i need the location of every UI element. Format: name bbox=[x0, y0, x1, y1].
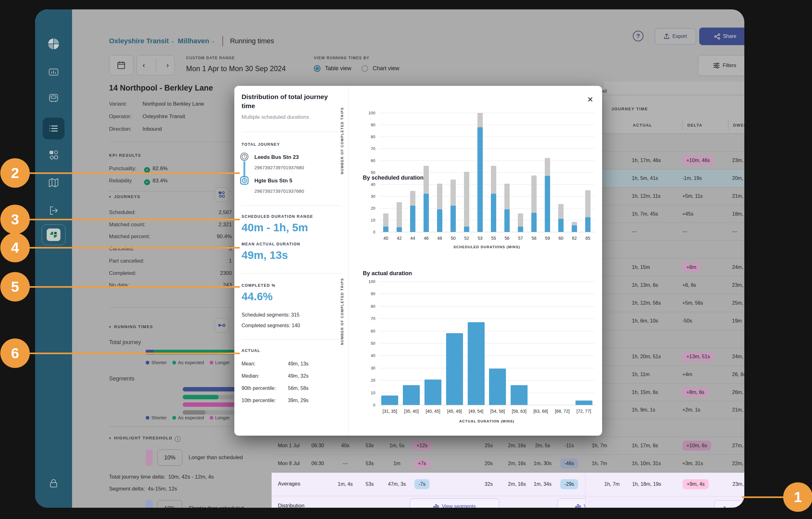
completed-pct-label: COMPLETED % bbox=[241, 283, 276, 288]
stat-value: 39m, 29s bbox=[288, 398, 309, 403]
callout-marker-6[interactable]: 6 bbox=[0, 338, 30, 368]
sidebar-item-analytics[interactable] bbox=[48, 66, 59, 78]
chart-bar-completed bbox=[410, 206, 415, 232]
stat-value: 90.4% bbox=[217, 234, 232, 240]
callout-line-1 bbox=[742, 496, 784, 498]
journeys-heading[interactable]: ▾JOURNEYS bbox=[109, 194, 140, 199]
cell-dwell: 23m, 56s bbox=[732, 282, 744, 288]
destination-stop-icon bbox=[240, 176, 249, 185]
table-row[interactable]: Mon 1 Jul06:3040s53s1m, 5s+12s25s2m, 16s… bbox=[271, 437, 744, 455]
export-button[interactable]: Export bbox=[655, 28, 696, 45]
help-button[interactable]: ? bbox=[633, 31, 643, 42]
segment-delta-row: Segment delta: 4s-15m, 12s bbox=[109, 486, 177, 492]
chart-bar-completed bbox=[477, 127, 483, 232]
export-icon bbox=[664, 33, 669, 39]
x-axis-tick: [54, 58] bbox=[490, 409, 505, 414]
distribution-modal: ✕ Distribution of total journey time Mul… bbox=[234, 86, 602, 436]
cell-actual: 1h, 12m, 56s bbox=[632, 300, 661, 306]
journeys-stat-row: Completed:2300 bbox=[109, 270, 232, 276]
cell-delta: +8m, 6s bbox=[682, 387, 708, 398]
help-icon: ? bbox=[636, 33, 640, 39]
cell-scheduled: 1h, 7m bbox=[592, 461, 607, 466]
route-detail-label: Direction: bbox=[109, 126, 132, 132]
route-title: 14 Northpool - Berkley Lane bbox=[109, 83, 213, 92]
sidebar bbox=[35, 9, 72, 508]
mean-actual-value: 49m, 13s bbox=[241, 249, 288, 262]
delta-chip: +8m bbox=[682, 262, 700, 272]
callout-marker-3[interactable]: 3 bbox=[0, 204, 30, 234]
column-header-dwell: DWELL bbox=[733, 123, 744, 128]
cell-value: 53s bbox=[366, 443, 374, 448]
filters-label: Filters bbox=[723, 63, 736, 68]
longer-threshold-input[interactable]: 10% bbox=[157, 449, 182, 466]
legend-dot bbox=[172, 361, 176, 364]
threshold-heading[interactable]: ▾HIGHLIGHT THRESHOLDi bbox=[109, 435, 180, 442]
stat-value: 3 bbox=[229, 246, 232, 252]
cell-actual: 1h, 13m, 6s bbox=[632, 282, 658, 288]
running-times-link-button[interactable] bbox=[214, 318, 229, 332]
cell-value: +7s bbox=[414, 459, 430, 468]
radio-chart-view-label[interactable]: Chart view bbox=[373, 65, 399, 72]
y-axis-tick: 90 bbox=[363, 292, 375, 296]
sidebar-item-segments[interactable] bbox=[48, 149, 59, 161]
gridline bbox=[379, 113, 594, 113]
sidebar-item-vehicles[interactable] bbox=[48, 92, 59, 104]
stat-label: Mean: bbox=[241, 361, 288, 367]
stat-label: 10th percentile: bbox=[241, 398, 288, 403]
column-separator bbox=[728, 120, 728, 130]
legend-dot bbox=[146, 361, 149, 364]
sidebar-item-services[interactable] bbox=[48, 123, 59, 134]
y-axis-tick: 30 bbox=[363, 365, 375, 370]
bar-segment-shorter bbox=[146, 350, 153, 354]
radio-chart-view[interactable] bbox=[361, 65, 368, 72]
chart-bar-scheduled-remainder bbox=[504, 184, 510, 209]
chart-bar-completed bbox=[531, 213, 536, 232]
delta-chip: +13m, 51s bbox=[682, 352, 714, 362]
cell-date: Mon 8 Jul bbox=[278, 461, 299, 466]
delta-chip: +9m, 4s bbox=[683, 479, 708, 489]
y-axis-tick: 50 bbox=[363, 170, 375, 175]
filters-button[interactable]: Filters bbox=[698, 55, 744, 76]
chart-bar-completed bbox=[489, 368, 506, 405]
x-axis-tick: 44 bbox=[410, 236, 415, 241]
gridline bbox=[379, 196, 594, 196]
callout-marker-1[interactable]: 1 bbox=[783, 482, 812, 512]
table-row[interactable]: Mon 8 Jul06:30---53s1m+7s20s2m, 16s1m, 3… bbox=[271, 455, 744, 473]
journeys-view-button[interactable] bbox=[214, 187, 229, 202]
gridline bbox=[379, 232, 594, 232]
sidebar-item-sign-out[interactable] bbox=[48, 205, 59, 216]
callout-marker-4[interactable]: 4 bbox=[0, 233, 30, 262]
x-axis-tick: [45, 49] bbox=[447, 409, 462, 414]
delta-chip: +10m, 46s bbox=[682, 156, 714, 165]
cell-value: 25s bbox=[485, 443, 493, 448]
cell-dwell: 21m, 36s bbox=[732, 407, 744, 413]
running-times-heading[interactable]: ▾RUNNING TIMES bbox=[109, 324, 153, 329]
y-axis-tick: 20 bbox=[363, 378, 375, 383]
y-axis-tick: 70 bbox=[363, 146, 375, 151]
divider bbox=[109, 142, 232, 142]
callout-marker-5[interactable]: 5 bbox=[0, 272, 30, 301]
sidebar-item-partner-app[interactable] bbox=[42, 224, 65, 245]
chart-bar-scheduled-remainder bbox=[477, 113, 483, 127]
view-by-label: VIEW RUNNING TIMES BY bbox=[314, 56, 369, 60]
lock-icon bbox=[48, 478, 59, 489]
view-segments-button-1[interactable]: View segments bbox=[410, 498, 499, 508]
callout-marker-2[interactable]: 2 bbox=[0, 158, 30, 188]
gridline bbox=[379, 355, 594, 356]
cell-value: 2m, 16s bbox=[508, 443, 526, 448]
radio-table-view[interactable] bbox=[314, 65, 320, 72]
mean-actual-label: MEAN ACTUAL DURATION bbox=[241, 242, 300, 246]
cell-delta: +10m, 6s bbox=[682, 441, 711, 451]
close-icon[interactable]: ✕ bbox=[587, 95, 593, 104]
share-button[interactable]: Share bbox=[699, 28, 744, 45]
cell-actual: 1h, 12m, 11s bbox=[632, 193, 660, 199]
y-axis-tick: 70 bbox=[363, 316, 375, 321]
gridline bbox=[379, 184, 594, 185]
screenshot-stage: Oxleyshire Transit ⌄ Millhaven ⌄ Running… bbox=[0, 0, 812, 519]
app-logo-icon bbox=[47, 37, 60, 50]
sidebar-item-map[interactable] bbox=[48, 177, 60, 189]
radio-table-view-label[interactable]: Table view bbox=[325, 65, 351, 72]
cell-value: 32s bbox=[485, 482, 493, 487]
shorter-threshold-input[interactable]: 10% bbox=[157, 500, 182, 508]
cell-time: 06:30 bbox=[311, 461, 324, 466]
